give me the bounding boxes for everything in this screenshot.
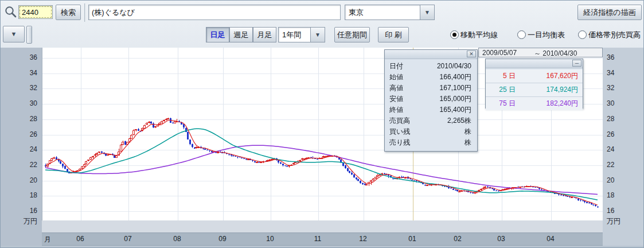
y-axis-tick-label: 16: [30, 207, 37, 215]
info-row: 高値167,100円: [385, 83, 477, 94]
x-axis-label: 04: [545, 235, 556, 243]
info-row-label: 始値: [389, 72, 403, 83]
info-row-label: 買い残: [389, 126, 410, 137]
info-row-value: 165,400円: [440, 104, 471, 115]
search-icon: [4, 5, 18, 19]
legend-row-label: 75 日: [486, 97, 516, 110]
panel-grip[interactable]: [26, 26, 32, 44]
y-axis-tick-label: 20: [30, 176, 37, 184]
info-row-value: 167,100円: [440, 83, 471, 94]
info-row-label: 安値: [389, 94, 403, 104]
y-axis-tick-label: 32: [607, 84, 614, 92]
tab-monthly[interactable]: 月足: [253, 27, 276, 42]
radio-dot-icon[interactable]: [578, 30, 587, 39]
x-axis-label: 01: [407, 235, 418, 243]
y-axis-tick-label: 20: [607, 176, 614, 184]
minimize-icon[interactable]: ─: [572, 60, 581, 67]
radio-label: 移動平均線: [460, 30, 498, 40]
chevron-down-icon[interactable]: ▼: [310, 28, 325, 42]
info-row: 買い残株: [385, 126, 477, 137]
y-axis-right: 3634323028262422201816万円: [603, 48, 644, 246]
x-axis-label: 03: [495, 235, 507, 243]
y-axis-unit-label: 万円: [24, 216, 37, 226]
y-axis-tick-label: 16: [607, 207, 614, 215]
info-row-value: 株: [465, 126, 471, 137]
y-axis-tick-label: 18: [30, 191, 37, 199]
legend-row-label: 5 日: [486, 69, 516, 83]
x-axis-label: 11: [312, 235, 323, 243]
y-axis-tick-label: 36: [607, 53, 614, 61]
legend-row-value: 182,240円: [547, 97, 578, 110]
search-button[interactable]: 検索: [56, 5, 81, 20]
info-row-value: 165,000円: [440, 94, 471, 104]
date-range-strip: 2009/05/07 ～ 2010/04/30: [478, 48, 603, 57]
info-title-bar[interactable]: ✕: [385, 50, 477, 59]
legend-row-value: 167,620円: [547, 69, 578, 83]
y-axis-left: 3634323028262422201816万円: [1, 48, 42, 246]
tab-weekly[interactable]: 週足: [229, 27, 253, 42]
info-row: 売買高2,265株: [385, 115, 477, 126]
radio-label: 価格帯別売買高: [588, 30, 641, 40]
radio-moving-average[interactable]: 移動平均線: [450, 30, 514, 39]
window-bottom-band: [1, 246, 644, 248]
y-axis-tick-label: 26: [607, 130, 614, 138]
tab-daily[interactable]: 日足: [206, 27, 229, 42]
y-axis-tick-label: 36: [30, 53, 37, 61]
y-axis-tick-label: 34: [30, 69, 37, 77]
info-row: 売り残株: [385, 137, 477, 148]
info-row-value: 株: [465, 137, 471, 148]
radio-volume-by-price[interactable]: 価格帯別売買高: [578, 30, 642, 39]
x-axis-label: 12: [357, 235, 369, 243]
exchange-select[interactable]: 東京 ▼: [345, 5, 435, 20]
chevron-down-icon[interactable]: ▼: [420, 5, 434, 20]
info-row-value: 2010/04/30: [437, 61, 471, 72]
legend-title-bar[interactable]: ─: [486, 59, 583, 68]
info-row-label: 売り残: [389, 137, 410, 148]
info-row-label: 日付: [389, 61, 403, 72]
date-range-end: ～ 2010/04/30: [534, 49, 577, 59]
toolbar-separator: [84, 3, 85, 22]
x-axis-label: 10: [264, 235, 276, 243]
radio-label: 一目均衡表: [528, 30, 565, 40]
y-axis-tick-label: 32: [30, 84, 37, 92]
radio-ichimoku[interactable]: 一目均衡表: [517, 30, 576, 39]
info-row: 安値165,000円: [385, 94, 477, 104]
y-axis-unit-label: 万円: [607, 216, 620, 226]
y-axis-tick-label: 22: [30, 161, 37, 169]
print-button[interactable]: 印 刷: [378, 27, 409, 42]
y-axis-tick-label: 26: [30, 130, 37, 138]
y-axis-tick-label: 24: [607, 145, 614, 153]
period-select[interactable]: 1年間 ▼: [278, 27, 325, 42]
chart-footer-band: [42, 220, 603, 232]
info-row-value: 166,400円: [440, 72, 471, 83]
radio-dot-icon[interactable]: [517, 30, 526, 39]
stock-code-input[interactable]: [18, 5, 53, 19]
stock-chart-window: 検索 東京 ▼ 経済指標の描画 ▼ 日足 週足 月足 1年間 ▼ 任意期間 印 …: [0, 0, 644, 248]
x-axis-label: 07: [122, 235, 134, 243]
x-axis-label: 06: [75, 235, 86, 243]
info-row-label: 終値: [389, 104, 403, 115]
y-axis-tick-label: 30: [607, 99, 614, 107]
info-row: 終値165,400円: [385, 104, 477, 115]
radio-dot-icon[interactable]: [450, 30, 459, 39]
info-row-label: 売買高: [389, 115, 410, 126]
info-row: 始値166,400円: [385, 72, 477, 83]
draw-economic-indicator-button[interactable]: 経済指標の描画: [577, 5, 642, 20]
close-icon[interactable]: ✕: [467, 51, 476, 57]
y-axis-tick-label: 28: [30, 115, 37, 123]
x-axis-unit-label: 月: [44, 235, 51, 245]
custom-period-button[interactable]: 任意期間: [334, 27, 370, 42]
legend-row: 25 日174,924円: [486, 83, 583, 97]
y-axis-tick-label: 28: [607, 115, 614, 123]
x-axis-month-strip: 月 0607080910111201020304: [42, 232, 603, 246]
moving-average-legend-window[interactable]: ─ 5 日167,620円25 日174,924円75 日182,240円: [485, 59, 583, 108]
collapse-panel-button[interactable]: ▼: [3, 26, 25, 42]
quote-info-window[interactable]: ✕ 日付2010/04/30始値166,400円高値167,100円安値165,…: [384, 49, 478, 152]
y-axis-tick-label: 22: [607, 161, 614, 169]
y-axis-tick-label: 30: [30, 99, 37, 107]
y-axis-tick-label: 24: [30, 145, 37, 153]
date-range-start: 2009/05/07: [482, 49, 517, 57]
legend-row-value: 174,924円: [547, 83, 578, 96]
stock-name-input[interactable]: [88, 5, 341, 20]
info-row: 日付2010/04/30: [385, 61, 477, 72]
